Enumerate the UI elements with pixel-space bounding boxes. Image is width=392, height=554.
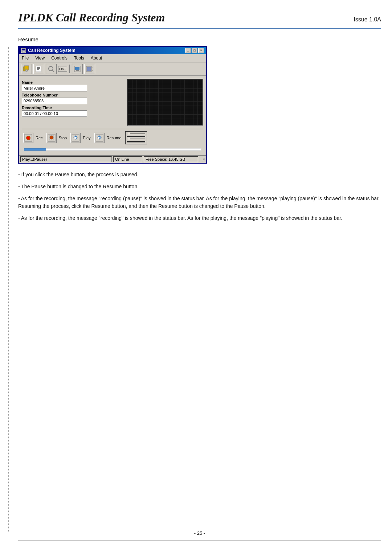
page-footer: - 25 -	[18, 530, 381, 536]
svg-rect-2	[23, 51, 23, 52]
toolbar: LIST	[19, 62, 206, 76]
toolbar-btn-3[interactable]	[46, 64, 57, 74]
status-online: On Line	[113, 156, 142, 162]
progress-area	[22, 147, 203, 152]
svg-rect-32	[101, 136, 101, 139]
info-row: Name Miller Andre Telephone Number 02903…	[22, 79, 203, 126]
vol-dash-4	[127, 141, 145, 142]
info-fields: Name Miller Andre Telephone Number 02903…	[22, 79, 124, 126]
vol-dash-5	[127, 143, 145, 143]
vol-row-1	[127, 132, 145, 135]
toolbar-separator	[69, 65, 70, 73]
vol-row-4	[127, 141, 145, 142]
svg-rect-6	[36, 66, 41, 72]
menu-tools[interactable]: Tools	[73, 55, 86, 61]
page-title: IPLDK Call Recording System	[18, 11, 165, 24]
status-freespace: Free Space: 16.45 GB	[144, 156, 198, 162]
name-label: Name	[22, 80, 124, 85]
app-icon	[21, 48, 26, 53]
toolbar-list-btn[interactable]: LIST	[58, 66, 67, 72]
left-border-decoration	[7, 0, 11, 554]
play-label: Play	[83, 136, 90, 140]
vol-row-3	[127, 138, 145, 140]
page-header: IPLDK Call Recording System Issue 1.0A	[18, 11, 381, 29]
phone-label: Telephone Number	[22, 93, 124, 97]
paragraph-4: - As for the recording, the message "rec…	[18, 214, 381, 222]
maximize-button[interactable]: □	[192, 48, 197, 53]
footer-line	[18, 541, 381, 541]
paragraph-3: - As for the recording, the message "rec…	[18, 195, 381, 210]
menu-view[interactable]: View	[34, 55, 46, 61]
time-label: Recording Time	[22, 106, 124, 110]
stop-label: Stop	[59, 136, 67, 140]
dialog-body: Name Miller Andre Telephone Number 02903…	[19, 76, 206, 155]
toolbar-btn-5[interactable]	[84, 64, 95, 74]
svg-rect-16	[87, 67, 91, 71]
svg-rect-1	[22, 49, 25, 50]
time-value: 00:00:01 / 00:00:10	[22, 110, 87, 117]
resume-icon[interactable]	[94, 133, 105, 143]
video-display	[127, 79, 203, 126]
menu-bar: File View Controls Tools About	[19, 54, 206, 62]
play-icon[interactable]	[70, 133, 81, 143]
dialog-titlebar: Call Recording System _ □ ×	[19, 47, 206, 54]
vol-dash-2	[127, 136, 145, 137]
name-value: Miller Andre	[22, 85, 87, 91]
volume-control	[125, 131, 147, 144]
resume-label: Resume	[107, 136, 122, 140]
vol-row-2	[127, 136, 145, 137]
svg-rect-14	[76, 70, 79, 71]
svg-point-21	[27, 137, 29, 139]
controls-row: Rec Stop	[22, 129, 203, 147]
toolbar-btn-4[interactable]	[72, 64, 83, 74]
paragraph-2: - The Pause button is changed to the Res…	[18, 183, 381, 190]
menu-controls[interactable]: Controls	[50, 55, 69, 61]
vol-tick-2	[127, 138, 129, 140]
progress-thumb	[24, 148, 46, 151]
rec-label: Rec	[36, 136, 43, 140]
svg-line-11	[52, 70, 54, 72]
section-heading: Resume	[18, 36, 381, 42]
status-play: Play...(Pause)	[20, 156, 112, 162]
vol-dash-3	[130, 139, 145, 139]
vol-tick-1	[127, 132, 129, 135]
close-button[interactable]: ×	[198, 48, 204, 53]
dialog-title: Call Recording System	[28, 48, 75, 53]
toolbar-btn-1[interactable]	[21, 64, 32, 74]
paragraph-1: - If you click the Pause button, the pro…	[18, 171, 381, 178]
menu-about[interactable]: About	[89, 55, 103, 61]
issue-label: Issue 1.0A	[354, 16, 381, 23]
progress-track[interactable]	[24, 148, 201, 151]
vol-dash-1	[130, 134, 145, 134]
titlebar-left: Call Recording System	[21, 48, 75, 53]
call-recording-dialog: Call Recording System _ □ × File View Co…	[18, 46, 207, 164]
stop-icon[interactable]	[46, 133, 57, 143]
phone-value: 029038503	[22, 98, 87, 104]
resize-grip: //	[200, 156, 205, 162]
status-bar: Play...(Pause) On Line Free Space: 16.45…	[19, 155, 206, 163]
titlebar-buttons: _ □ ×	[185, 48, 204, 53]
toolbar-btn-2[interactable]	[33, 64, 44, 74]
minimize-button[interactable]: _	[185, 48, 191, 53]
vol-row-5	[127, 143, 145, 143]
menu-file[interactable]: File	[20, 55, 30, 61]
svg-rect-24	[50, 136, 53, 139]
svg-point-5	[25, 69, 28, 71]
page-number: - 25 -	[194, 530, 205, 536]
rec-icon[interactable]	[23, 133, 33, 143]
svg-rect-13	[75, 67, 79, 70]
